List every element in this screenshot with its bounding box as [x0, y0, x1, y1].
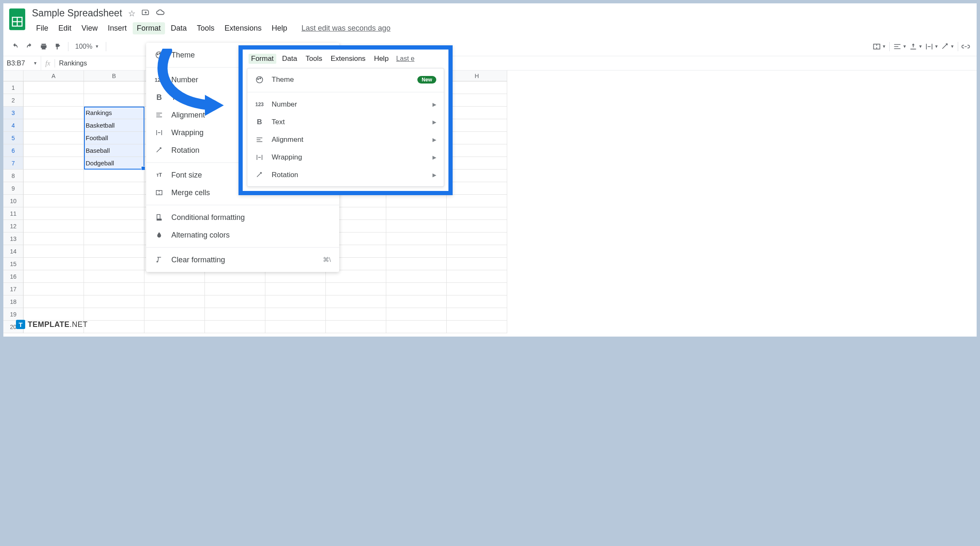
row-header[interactable]: 10: [3, 195, 24, 207]
cell[interactable]: [447, 81, 507, 94]
cell[interactable]: [84, 81, 144, 94]
zoom-dropdown[interactable]: 100%▼: [73, 43, 102, 50]
cell[interactable]: [24, 295, 84, 308]
cell[interactable]: [205, 321, 265, 333]
cell[interactable]: [24, 270, 84, 283]
cell[interactable]: [326, 295, 386, 308]
cell[interactable]: [24, 245, 84, 258]
cell[interactable]: [24, 81, 84, 94]
menu-item-clear-formatting[interactable]: Clear formatting ⌘\: [146, 251, 339, 269]
cell[interactable]: [447, 258, 507, 270]
cell[interactable]: [205, 308, 265, 321]
cell[interactable]: [386, 195, 447, 207]
cell[interactable]: [265, 295, 326, 308]
cell[interactable]: [265, 270, 326, 283]
cell[interactable]: [24, 107, 84, 119]
cell[interactable]: [447, 295, 507, 308]
cell[interactable]: [84, 195, 144, 207]
cell[interactable]: [84, 207, 144, 220]
cell[interactable]: [24, 144, 84, 157]
row-header[interactable]: 5: [3, 132, 24, 144]
paint-format-icon[interactable]: [52, 41, 64, 52]
cell[interactable]: [24, 220, 84, 233]
cell[interactable]: [24, 283, 84, 295]
cell[interactable]: [447, 119, 507, 132]
menu-item-conditional[interactable]: Conditional formatting: [146, 209, 339, 226]
last-edit-link[interactable]: Last edit was seconds ago: [301, 24, 390, 33]
h-align-icon[interactable]: ▼: [892, 42, 907, 51]
menu-item-alternating[interactable]: Alternating colors: [146, 226, 339, 244]
wrap-icon[interactable]: ▼: [924, 42, 939, 51]
cell[interactable]: [326, 270, 386, 283]
cell[interactable]: [84, 283, 144, 295]
v-align-icon[interactable]: ▼: [908, 42, 923, 51]
callout-item-number[interactable]: 123 Number ▶: [247, 96, 444, 113]
row-header[interactable]: 4: [3, 119, 24, 132]
cell[interactable]: [144, 321, 205, 333]
callout-last-edit[interactable]: Last e: [396, 55, 415, 63]
cell[interactable]: [24, 233, 84, 245]
cell[interactable]: [24, 170, 84, 182]
menu-extensions[interactable]: Extensions: [220, 22, 266, 34]
callout-menu-help[interactable]: Help: [372, 54, 391, 64]
star-icon[interactable]: ☆: [128, 8, 136, 18]
cell[interactable]: [84, 295, 144, 308]
col-header[interactable]: A: [24, 71, 84, 81]
cloud-status-icon[interactable]: [156, 8, 165, 18]
cell[interactable]: [386, 207, 447, 220]
cell[interactable]: [447, 94, 507, 107]
cell[interactable]: [24, 157, 84, 170]
row-header[interactable]: 12: [3, 220, 24, 233]
row-header[interactable]: 3: [3, 107, 24, 119]
cell[interactable]: [24, 207, 84, 220]
row-header[interactable]: 14: [3, 245, 24, 258]
callout-menu-extensions[interactable]: Extensions: [328, 54, 368, 64]
cell[interactable]: [386, 233, 447, 245]
cell[interactable]: [447, 144, 507, 157]
row-header[interactable]: 16: [3, 270, 24, 283]
row-header[interactable]: 13: [3, 233, 24, 245]
cell[interactable]: [84, 182, 144, 195]
cell[interactable]: [265, 308, 326, 321]
cell[interactable]: [24, 258, 84, 270]
cell[interactable]: [447, 270, 507, 283]
cell[interactable]: [447, 220, 507, 233]
menu-format[interactable]: Format: [133, 22, 165, 34]
cell[interactable]: [447, 170, 507, 182]
cell[interactable]: [447, 207, 507, 220]
row-header[interactable]: 8: [3, 170, 24, 182]
redo-icon[interactable]: [24, 41, 35, 52]
fx-content[interactable]: Rankings: [55, 60, 92, 67]
rotation-icon[interactable]: ▼: [940, 42, 955, 51]
cell[interactable]: Rankings: [84, 107, 144, 119]
cell[interactable]: Dodgeball: [84, 157, 144, 170]
cell[interactable]: [386, 245, 447, 258]
callout-item-theme[interactable]: Theme New: [247, 71, 444, 89]
menu-data[interactable]: Data: [167, 22, 191, 34]
callout-item-text[interactable]: B Text ▶: [247, 113, 444, 131]
cell[interactable]: [326, 321, 386, 333]
cell[interactable]: [205, 270, 265, 283]
cell[interactable]: [84, 94, 144, 107]
cell[interactable]: [24, 132, 84, 144]
cell[interactable]: [386, 308, 447, 321]
cell[interactable]: [144, 283, 205, 295]
menu-file[interactable]: File: [32, 22, 52, 34]
merge-cells-icon[interactable]: ▼: [872, 42, 887, 51]
cell[interactable]: [265, 321, 326, 333]
insert-link-icon[interactable]: [961, 42, 971, 51]
cell[interactable]: [24, 94, 84, 107]
cell[interactable]: [205, 283, 265, 295]
cell[interactable]: [447, 195, 507, 207]
col-header[interactable]: H: [447, 71, 507, 81]
cell[interactable]: [84, 308, 144, 321]
cell[interactable]: [144, 308, 205, 321]
cell[interactable]: [24, 195, 84, 207]
cell[interactable]: Basketball: [84, 119, 144, 132]
cell[interactable]: [24, 308, 84, 321]
row-header[interactable]: 7: [3, 157, 24, 170]
cell[interactable]: [84, 233, 144, 245]
callout-menu-format[interactable]: Format: [249, 54, 276, 64]
menu-view[interactable]: View: [77, 22, 102, 34]
callout-menu-data[interactable]: Data: [280, 54, 300, 64]
